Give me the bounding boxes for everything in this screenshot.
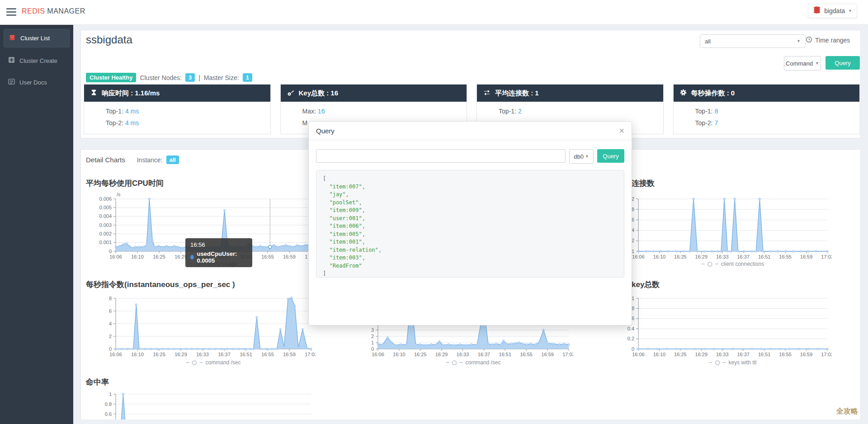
detail-charts-row: Detail Charts Instance: all <box>86 155 179 164</box>
instance-select[interactable]: all ▼ <box>700 34 806 48</box>
modal-query-button[interactable]: Query <box>597 149 624 163</box>
chart-title-cpu: 平均每秒使用CPU时间 <box>86 178 164 188</box>
chevron-down-icon: ▼ <box>848 9 852 13</box>
db-select[interactable]: db0 ▼ <box>569 149 594 164</box>
svg-text:16:10: 16:10 <box>131 254 144 259</box>
stat-card-response-time: 响应时间 : 1.16/ms Top-1:4 msTop-2:4 ms <box>84 84 271 134</box>
series-dot-icon <box>190 255 194 259</box>
legend-client-connections[interactable]: client connections <box>702 261 764 267</box>
instance-badge: all <box>166 155 179 164</box>
legend-command-sec-mid[interactable]: command /sec <box>446 359 500 366</box>
db-select-value: db0 <box>574 153 584 160</box>
modal-body: db0 ▼ Query [ "item:007", "jay", "poolSe… <box>309 140 632 278</box>
conn-chart[interactable]: 11.21.41.61.8216:0616:1016:2516:2916:331… <box>609 191 832 265</box>
svg-text:16:51: 16:51 <box>758 254 771 259</box>
svg-text:16:33: 16:33 <box>196 352 209 357</box>
query-result[interactable]: [ "item:007", "jay", "poolSet", "item:00… <box>316 170 624 278</box>
stat-row: Top-2:7 <box>674 117 860 129</box>
svg-text:2: 2 <box>371 334 374 339</box>
stat-card-ops-per-sec: 每秒操作数 : 0 Top-1:8Top-2:7 <box>673 84 860 134</box>
svg-text:0: 0 <box>109 249 112 254</box>
svg-text:0.001: 0.001 <box>99 240 112 245</box>
user-menu[interactable]: bigdata ▼ <box>808 4 857 18</box>
user-menu-label: bigdata <box>824 7 845 14</box>
sidebar-item-label: User Docs <box>19 79 47 86</box>
sidebar-item-label: Cluster Create <box>19 57 57 64</box>
swap-arrows-icon <box>483 89 491 98</box>
svg-text:16:29: 16:29 <box>175 352 187 357</box>
brand-manager: MANAGER <box>47 7 85 15</box>
app-root: REDIS MANAGER bigdata ▼ Cluster List Clu… <box>0 0 868 424</box>
chevron-down-icon: ▼ <box>797 39 801 43</box>
svg-text:/s: /s <box>117 192 121 197</box>
svg-text:0: 0 <box>371 346 374 352</box>
svg-text:16:37: 16:37 <box>218 352 231 357</box>
modal-header: Query × <box>309 122 632 140</box>
navbar: REDIS MANAGER bigdata ▼ <box>0 0 868 25</box>
ops-chart[interactable]: 0246816:0616:1016:2516:2916:3316:3716:51… <box>87 290 316 363</box>
command-button[interactable]: Command ▼ <box>784 56 821 71</box>
svg-text:16:59: 16:59 <box>800 254 813 259</box>
svg-text:16:06: 16:06 <box>109 352 122 357</box>
tooltip-value: 0.0005 <box>197 257 215 264</box>
svg-text:16:29: 16:29 <box>695 352 708 357</box>
hamburger-menu-icon[interactable] <box>6 8 16 16</box>
close-icon[interactable]: × <box>619 126 624 135</box>
legend-keys-with-ttl[interactable]: keys with ttl <box>709 359 756 366</box>
result-key: "item:003", <box>323 254 618 262</box>
result-key: "item:006", <box>323 222 618 231</box>
svg-text:16:51: 16:51 <box>240 352 252 357</box>
svg-text:16:55: 16:55 <box>779 254 792 259</box>
stat-row: Top-1:4 ms <box>84 105 270 117</box>
svg-text:16:06: 16:06 <box>372 352 384 357</box>
svg-text:16:25: 16:25 <box>153 352 165 357</box>
stat-card-title: 平均连接数 : 1 <box>495 89 539 98</box>
legend-command-sec-left[interactable]: command /sec <box>186 359 241 366</box>
svg-text:17:03: 17:03 <box>821 352 832 357</box>
time-ranges-button[interactable]: Time ranges <box>806 36 850 44</box>
svg-text:16:59: 16:59 <box>541 352 554 357</box>
legend-circle-icon <box>708 262 712 267</box>
stat-row: Top-2:4 ms <box>84 117 270 129</box>
svg-text:17:03: 17:03 <box>305 352 316 357</box>
svg-text:16:55: 16:55 <box>261 352 274 357</box>
master-size-badge: 1 <box>243 73 252 82</box>
query-input[interactable] <box>316 149 566 163</box>
svg-text:16:59: 16:59 <box>283 352 296 357</box>
chart-tooltip: 16:56 usedCpuUser: 0.0005 <box>185 238 252 267</box>
stat-card-header: Key总数 : 16 <box>281 85 467 102</box>
clock-icon <box>806 36 812 44</box>
svg-text:17:03: 17:03 <box>562 352 573 357</box>
svg-text:6: 6 <box>109 308 112 314</box>
cluster-status-row: Cluster Healthy Cluster Nodes: 3 | Maste… <box>86 73 252 82</box>
query-button[interactable]: Query <box>826 56 860 70</box>
result-key: "item:007", <box>323 183 618 191</box>
cluster-nodes-label: Cluster Nodes: <box>140 74 182 81</box>
svg-text:16:51: 16:51 <box>499 352 512 357</box>
hit-chart[interactable]: 00.20.40.60.8116:0616:1016:2516:2916:331… <box>87 386 316 424</box>
sidebar-item-cluster-list[interactable]: Cluster List <box>4 29 70 47</box>
tooltip-series: usedCpuUser <box>197 250 235 257</box>
stat-card-title: Key总数 : 16 <box>299 89 339 98</box>
stat-card-header: 每秒操作数 : 0 <box>674 85 860 102</box>
stat-row: Top-1:2 <box>477 105 663 117</box>
stat-row: Top-1:8 <box>674 105 860 117</box>
modal-title: Query <box>316 127 335 135</box>
sidebar-item-user-docs[interactable]: User Docs <box>4 74 70 91</box>
svg-text:16:06: 16:06 <box>632 254 645 259</box>
gear-icon <box>680 89 687 97</box>
stat-row: Max:16 <box>281 105 467 117</box>
redis-cluster-icon <box>9 34 16 42</box>
brand-redis: REDIS <box>22 7 45 15</box>
detail-charts-label: Detail Charts <box>86 156 125 164</box>
stat-card-body-3: Top-1:8Top-2:7 <box>674 102 860 129</box>
svg-text:16:37: 16:37 <box>737 254 750 259</box>
page-title: ssbigdata <box>86 33 132 46</box>
plus-square-icon <box>8 57 15 65</box>
legend-circle-icon <box>715 360 720 365</box>
result-key: "poolSet", <box>323 199 618 207</box>
svg-text:16:37: 16:37 <box>737 352 750 357</box>
sidebar-item-cluster-create[interactable]: Cluster Create <box>4 52 70 69</box>
svg-text:16:25: 16:25 <box>674 352 687 357</box>
keys-chart[interactable]: 00.20.40.60.8116:0616:1016:2516:2916:331… <box>609 290 832 363</box>
